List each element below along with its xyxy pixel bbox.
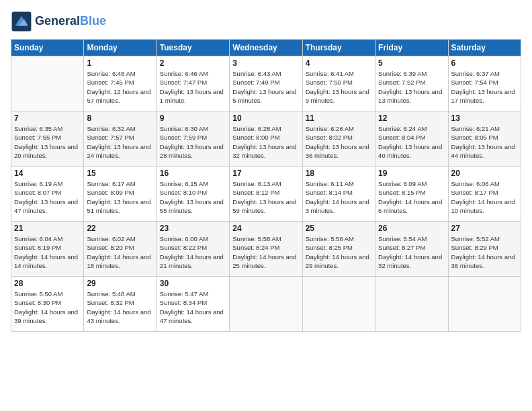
day-number: 20 — [451, 169, 518, 178]
day-info: Sunrise: 6:43 AMSunset: 7:49 PMDaylight:… — [232, 69, 299, 105]
day-number: 3 — [232, 58, 299, 68]
header: GeneralBlue — [11, 11, 521, 32]
day-info: Sunrise: 5:56 AMSunset: 8:25 PMDaylight:… — [306, 234, 372, 270]
day-number: 26 — [378, 224, 445, 233]
day-info: Sunrise: 6:28 AMSunset: 8:00 PMDaylight:… — [232, 124, 299, 160]
day-cell: 7 Sunrise: 6:35 AMSunset: 7:55 PMDayligh… — [11, 111, 84, 167]
day-info: Sunrise: 6:21 AMSunset: 8:05 PMDaylight:… — [451, 124, 518, 160]
day-number: 1 — [87, 58, 153, 68]
day-info: Sunrise: 6:15 AMSunset: 8:10 PMDaylight:… — [160, 179, 226, 215]
day-number: 21 — [14, 224, 81, 233]
day-number: 22 — [87, 224, 153, 233]
day-cell: 12 Sunrise: 6:24 AMSunset: 8:04 PMDaylig… — [375, 111, 448, 167]
calendar-container: GeneralBlue SundayMondayTuesdayWednesday… — [0, 0, 532, 411]
logo-icon — [11, 11, 32, 32]
day-cell: 22 Sunrise: 6:02 AMSunset: 8:20 PMDaylig… — [84, 222, 157, 277]
day-info: Sunrise: 6:30 AMSunset: 7:59 PMDaylight:… — [160, 124, 226, 160]
day-info: Sunrise: 6:41 AMSunset: 7:50 PMDaylight:… — [306, 69, 372, 105]
column-header-monday: Monday — [84, 40, 157, 56]
day-number: 28 — [14, 279, 81, 288]
week-row-4: 21 Sunrise: 6:04 AMSunset: 8:19 PMDaylig… — [11, 222, 521, 277]
day-number: 12 — [378, 113, 445, 123]
week-row-1: 1 Sunrise: 6:48 AMSunset: 7:45 PMDayligh… — [11, 56, 521, 111]
day-number: 29 — [87, 279, 153, 288]
day-cell: 15 Sunrise: 6:17 AMSunset: 8:09 PMDaylig… — [84, 167, 157, 222]
day-cell: 5 Sunrise: 6:39 AMSunset: 7:52 PMDayligh… — [375, 56, 448, 111]
day-number: 6 — [451, 58, 518, 68]
day-info: Sunrise: 6:39 AMSunset: 7:52 PMDaylight:… — [378, 69, 445, 105]
logo: GeneralBlue — [11, 11, 106, 32]
day-cell: 16 Sunrise: 6:15 AMSunset: 8:10 PMDaylig… — [157, 167, 229, 222]
header-row: SundayMondayTuesdayWednesdayThursdayFrid… — [11, 40, 521, 56]
day-cell — [11, 56, 84, 111]
day-cell: 18 Sunrise: 6:11 AMSunset: 8:14 PMDaylig… — [302, 167, 375, 222]
day-info: Sunrise: 6:13 AMSunset: 8:12 PMDaylight:… — [232, 179, 299, 215]
day-number: 11 — [306, 113, 372, 123]
day-info: Sunrise: 6:17 AMSunset: 8:09 PMDaylight:… — [87, 179, 153, 215]
column-header-wednesday: Wednesday — [230, 40, 302, 56]
column-header-tuesday: Tuesday — [157, 40, 229, 56]
day-info: Sunrise: 5:50 AMSunset: 8:30 PMDaylight:… — [14, 289, 81, 325]
column-header-saturday: Saturday — [448, 40, 521, 56]
day-cell: 21 Sunrise: 6:04 AMSunset: 8:19 PMDaylig… — [11, 222, 84, 277]
day-number: 14 — [14, 169, 81, 178]
day-cell — [375, 277, 448, 332]
day-number: 18 — [306, 169, 372, 178]
day-number: 9 — [160, 113, 226, 123]
column-header-thursday: Thursday — [302, 40, 375, 56]
day-info: Sunrise: 6:19 AMSunset: 8:07 PMDaylight:… — [14, 179, 81, 215]
day-cell: 20 Sunrise: 6:06 AMSunset: 8:17 PMDaylig… — [448, 167, 521, 222]
column-header-sunday: Sunday — [11, 40, 84, 56]
day-cell: 1 Sunrise: 6:48 AMSunset: 7:45 PMDayligh… — [84, 56, 157, 111]
day-info: Sunrise: 6:48 AMSunset: 7:45 PMDaylight:… — [87, 69, 153, 105]
day-number: 25 — [306, 224, 372, 233]
day-info: Sunrise: 5:47 AMSunset: 8:34 PMDaylight:… — [160, 289, 226, 325]
day-info: Sunrise: 5:58 AMSunset: 8:24 PMDaylight:… — [232, 234, 299, 270]
day-info: Sunrise: 6:00 AMSunset: 8:22 PMDaylight:… — [160, 234, 226, 270]
day-number: 16 — [160, 169, 226, 178]
logo-text: GeneralBlue — [35, 15, 106, 28]
day-cell: 11 Sunrise: 6:26 AMSunset: 8:02 PMDaylig… — [302, 111, 375, 167]
day-info: Sunrise: 6:09 AMSunset: 8:15 PMDaylight:… — [378, 179, 445, 215]
day-cell: 23 Sunrise: 6:00 AMSunset: 8:22 PMDaylig… — [157, 222, 229, 277]
day-number: 15 — [87, 169, 153, 178]
week-row-2: 7 Sunrise: 6:35 AMSunset: 7:55 PMDayligh… — [11, 111, 521, 167]
day-info: Sunrise: 6:46 AMSunset: 7:47 PMDaylight:… — [160, 69, 226, 105]
day-cell: 25 Sunrise: 5:56 AMSunset: 8:25 PMDaylig… — [302, 222, 375, 277]
day-number: 5 — [378, 58, 445, 68]
day-info: Sunrise: 5:52 AMSunset: 8:29 PMDaylight:… — [451, 234, 518, 270]
day-number: 10 — [232, 113, 299, 123]
week-row-3: 14 Sunrise: 6:19 AMSunset: 8:07 PMDaylig… — [11, 167, 521, 222]
day-cell: 30 Sunrise: 5:47 AMSunset: 8:34 PMDaylig… — [157, 277, 229, 332]
day-cell: 9 Sunrise: 6:30 AMSunset: 7:59 PMDayligh… — [157, 111, 229, 167]
day-cell: 17 Sunrise: 6:13 AMSunset: 8:12 PMDaylig… — [230, 167, 302, 222]
day-info: Sunrise: 6:32 AMSunset: 7:57 PMDaylight:… — [87, 124, 153, 160]
day-number: 4 — [306, 58, 372, 68]
day-info: Sunrise: 6:37 AMSunset: 7:54 PMDaylight:… — [451, 69, 518, 105]
day-info: Sunrise: 5:48 AMSunset: 8:32 PMDaylight:… — [87, 289, 153, 325]
day-info: Sunrise: 6:02 AMSunset: 8:20 PMDaylight:… — [87, 234, 153, 270]
day-number: 8 — [87, 113, 153, 123]
day-cell: 29 Sunrise: 5:48 AMSunset: 8:32 PMDaylig… — [84, 277, 157, 332]
day-cell: 27 Sunrise: 5:52 AMSunset: 8:29 PMDaylig… — [448, 222, 521, 277]
day-info: Sunrise: 5:54 AMSunset: 8:27 PMDaylight:… — [378, 234, 445, 270]
day-cell: 8 Sunrise: 6:32 AMSunset: 7:57 PMDayligh… — [84, 111, 157, 167]
column-header-friday: Friday — [375, 40, 448, 56]
day-cell: 6 Sunrise: 6:37 AMSunset: 7:54 PMDayligh… — [448, 56, 521, 111]
day-number: 27 — [451, 224, 518, 233]
day-number: 30 — [160, 279, 226, 288]
day-cell: 3 Sunrise: 6:43 AMSunset: 7:49 PMDayligh… — [230, 56, 302, 111]
day-cell — [448, 277, 521, 332]
day-cell: 28 Sunrise: 5:50 AMSunset: 8:30 PMDaylig… — [11, 277, 84, 332]
calendar-table: SundayMondayTuesdayWednesdayThursdayFrid… — [11, 39, 521, 332]
day-info: Sunrise: 6:11 AMSunset: 8:14 PMDaylight:… — [306, 179, 372, 215]
day-cell — [302, 277, 375, 332]
day-info: Sunrise: 6:04 AMSunset: 8:19 PMDaylight:… — [14, 234, 81, 270]
day-info: Sunrise: 6:06 AMSunset: 8:17 PMDaylight:… — [451, 179, 518, 215]
day-cell: 26 Sunrise: 5:54 AMSunset: 8:27 PMDaylig… — [375, 222, 448, 277]
day-info: Sunrise: 6:24 AMSunset: 8:04 PMDaylight:… — [378, 124, 445, 160]
day-cell: 14 Sunrise: 6:19 AMSunset: 8:07 PMDaylig… — [11, 167, 84, 222]
week-row-5: 28 Sunrise: 5:50 AMSunset: 8:30 PMDaylig… — [11, 277, 521, 332]
day-cell: 4 Sunrise: 6:41 AMSunset: 7:50 PMDayligh… — [302, 56, 375, 111]
day-number: 13 — [451, 113, 518, 123]
